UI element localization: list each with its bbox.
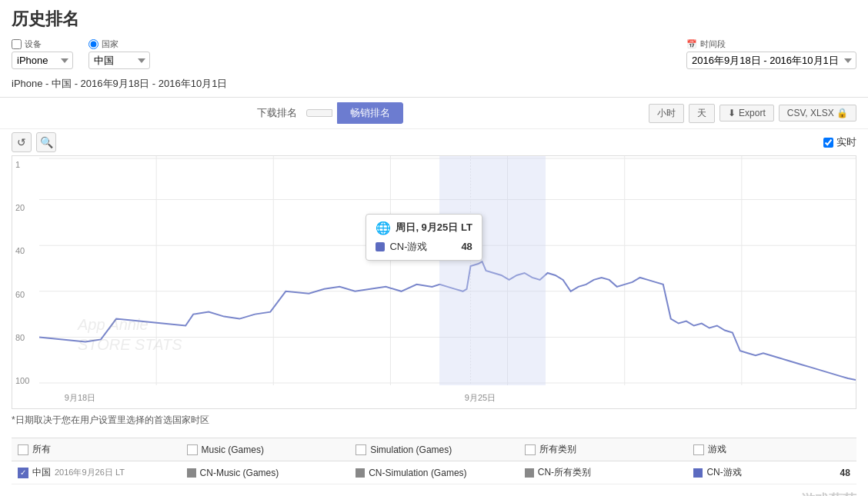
header-music: Music (Games) bbox=[181, 438, 350, 461]
date-label: 📅 时间段 bbox=[686, 38, 856, 50]
realtime-checkbox[interactable] bbox=[823, 138, 833, 148]
row-games-color bbox=[693, 468, 703, 478]
country-radio[interactable] bbox=[88, 39, 98, 49]
date-range-group: 📅 时间段 2016年9月18日 - 2016年10月1日 bbox=[686, 38, 856, 69]
file-btn[interactable]: CSV, XLSX 🔒 bbox=[779, 105, 856, 122]
row-country-checkbox[interactable] bbox=[18, 468, 28, 478]
tooltip-color-box bbox=[376, 242, 385, 251]
chart-actions: 小时 天 ⬇ Export CSV, XLSX 🔒 bbox=[649, 104, 856, 123]
country-filter-group: 国家 中国 bbox=[88, 38, 150, 69]
table-data-row: 中国 2016年9月26日 LT CN-Music (Games) CN-Sim… bbox=[12, 461, 856, 484]
device-filter-group: 设备 iPhone bbox=[12, 38, 73, 69]
tooltip-row: CN-游戏 48 bbox=[376, 240, 472, 254]
row-games: CN-游戏 48 bbox=[687, 461, 856, 484]
header-all-checkbox[interactable] bbox=[18, 444, 28, 455]
header-games-checkbox[interactable] bbox=[693, 444, 704, 455]
table-header-row: 所有 Music (Games) Simulation (Games) 所有类别… bbox=[12, 438, 856, 461]
tooltip-value: 48 bbox=[461, 241, 472, 252]
brand-watermark: 游戏葡萄 bbox=[0, 484, 868, 496]
tooltip-title: 🌐 周日, 9月25日 LT bbox=[376, 221, 472, 235]
breadcrumb: iPhone - 中国 - 2016年9月18日 - 2016年10月1日 bbox=[0, 74, 868, 98]
device-label: 设备 bbox=[12, 38, 73, 50]
device-select[interactable]: iPhone bbox=[12, 52, 73, 69]
row-allcat-color bbox=[525, 468, 534, 478]
row-country: 中国 2016年9月26日 LT bbox=[12, 461, 181, 484]
export-btn[interactable]: ⬇ Export bbox=[719, 105, 774, 122]
chart-toolbar: ↺ 🔍 实时 bbox=[0, 129, 868, 155]
tab-download[interactable] bbox=[306, 109, 332, 117]
row-sim-color bbox=[356, 468, 365, 478]
header-all: 所有 bbox=[12, 438, 181, 461]
chart-tooltip: 🌐 周日, 9月25日 LT CN-游戏 48 bbox=[366, 214, 482, 261]
x-label-sep18: 9月18日 bbox=[65, 392, 95, 404]
chart-svg-area: 🌐 周日, 9月25日 LT CN-游戏 48 App Annie STORE … bbox=[39, 156, 856, 385]
header-music-checkbox[interactable] bbox=[187, 444, 198, 455]
row-music-color bbox=[187, 468, 196, 478]
header-simulation: Simulation (Games) bbox=[349, 438, 519, 461]
row-simulation: CN-Simulation (Games) bbox=[349, 463, 519, 483]
realtime-checkbox-group: 实时 bbox=[823, 135, 856, 149]
x-label-sep25: 9月25日 bbox=[465, 392, 496, 404]
tabs-and-actions: 下载排名 畅销排名 小时 天 ⬇ Export CSV, XLSX 🔒 bbox=[0, 98, 868, 129]
tab-bestseller[interactable]: 畅销排名 bbox=[337, 102, 403, 124]
reset-zoom-btn[interactable]: ↺ bbox=[12, 132, 32, 152]
time-hour-btn[interactable]: 小时 bbox=[649, 104, 684, 123]
header-games: 游戏 bbox=[687, 438, 856, 461]
header-allcat: 所有类别 bbox=[519, 438, 688, 461]
chart-highlight bbox=[439, 156, 546, 385]
device-checkbox[interactable] bbox=[12, 39, 22, 49]
chart-x-axis: 9月18日 9月25日 bbox=[39, 387, 856, 408]
time-day-btn[interactable]: 天 bbox=[689, 104, 715, 123]
row-allcat: CN-所有类别 bbox=[519, 461, 688, 484]
bottom-table: 所有 Music (Games) Simulation (Games) 所有类别… bbox=[12, 438, 856, 484]
header-sim-checkbox[interactable] bbox=[356, 444, 366, 455]
tooltip-label: CN-游戏 bbox=[389, 240, 427, 254]
chart-y-axis: 1 20 40 60 80 100 bbox=[12, 156, 39, 385]
download-icon: ⬇ bbox=[728, 108, 736, 118]
filter-bar: 设备 iPhone 国家 中国 📅 时间段 2016年9月18日 - 2016年… bbox=[0, 35, 868, 74]
date-range-select[interactable]: 2016年9月18日 - 2016年10月1日 bbox=[686, 52, 856, 69]
zoom-in-btn[interactable]: 🔍 bbox=[36, 132, 56, 152]
chart-container: 1 20 40 60 80 100 bbox=[12, 155, 856, 409]
country-label: 国家 bbox=[88, 38, 150, 50]
row-music: CN-Music (Games) bbox=[181, 463, 350, 483]
header-allcat-checkbox[interactable] bbox=[525, 444, 536, 455]
chart-tools-left: ↺ 🔍 bbox=[12, 132, 56, 152]
country-select[interactable]: 中国 bbox=[88, 52, 150, 69]
realtime-label: 实时 bbox=[836, 135, 856, 149]
page-title: 历史排名 bbox=[0, 0, 868, 35]
footnote: *日期取决于您在用户设置里选择的首选国家时区 bbox=[0, 409, 868, 431]
ranking-label: 下载排名 bbox=[257, 106, 297, 120]
